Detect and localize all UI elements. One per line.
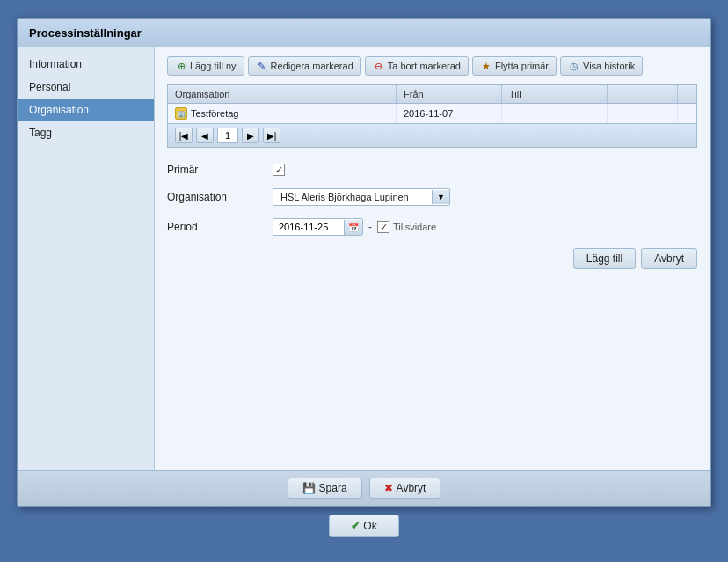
org-icon: 🏢 — [175, 107, 187, 120]
first-page-button[interactable]: |◀ — [175, 128, 193, 143]
primary-checkbox[interactable] — [273, 164, 285, 176]
primary-row: Primär — [167, 164, 697, 176]
table-row[interactable]: 🏢 Testföretag 2016-11-07 — [168, 104, 696, 123]
form-cancel-button[interactable]: Avbryt — [641, 248, 697, 269]
toolbar: ⊕ Lägg till ny ✎ Redigera markerad ⊖ Ta … — [167, 56, 697, 76]
edit-button[interactable]: ✎ Redigera markerad — [248, 56, 361, 76]
organisation-label: Organisation — [167, 191, 273, 203]
add-icon: ⊕ — [175, 60, 187, 72]
pagination: |◀ ◀ 1 ▶ ▶| — [168, 123, 696, 147]
cell-from: 2016-11-07 — [397, 104, 502, 123]
sidebar-item-information[interactable]: Information — [18, 53, 154, 76]
organisation-row: Organisation HSL Aleris Björkhaga Lupine… — [167, 188, 697, 206]
form-section: Primär Organisation HSL Aleris Björkhaga… — [167, 157, 697, 276]
organisation-select[interactable]: HSL Aleris Björkhaga Lupinen ▼ — [273, 188, 450, 206]
sidebar: Information Personal Organisation Tagg — [18, 47, 155, 470]
chevron-down-icon[interactable]: ▼ — [432, 190, 449, 204]
data-grid: Organisation Från Till 🏢 Testföretag 201… — [167, 84, 697, 148]
period-label: Period — [167, 221, 273, 233]
period-separator: - — [368, 221, 372, 233]
col-extra — [608, 85, 678, 103]
tillsvidare-wrapper: Tillsvidare — [377, 221, 436, 233]
period-row: Period 📅 - Tillsvidare — [167, 218, 697, 236]
cancel-x-icon: ✖ — [384, 482, 393, 494]
ok-button[interactable]: ✔ Ok — [329, 515, 398, 537]
cancel-button[interactable]: ✖ Avbryt — [369, 478, 441, 499]
organisation-value: HSL Aleris Björkhaga Lupinen — [273, 189, 432, 205]
lagg-till-button[interactable]: Lägg till — [573, 248, 636, 269]
dialog-footer: 💾 Spara ✖ Avbryt — [18, 470, 710, 506]
move-icon: ★ — [480, 60, 492, 72]
add-button[interactable]: ⊕ Lägg till ny — [167, 56, 244, 76]
history-button[interactable]: ◷ Visa historik — [560, 56, 643, 76]
form-action-buttons: Lägg till Avbryt — [167, 248, 697, 269]
cell-organisation: 🏢 Testföretag — [168, 104, 397, 123]
primary-label: Primär — [167, 164, 273, 176]
dialog-body: Information Personal Organisation Tagg ⊕… — [18, 47, 710, 470]
save-icon: 💾 — [302, 482, 316, 494]
cell-to — [502, 104, 608, 123]
sidebar-item-tagg[interactable]: Tagg — [18, 121, 154, 144]
sidebar-item-personal[interactable]: Personal — [18, 76, 154, 99]
calendar-icon[interactable]: 📅 — [344, 220, 362, 235]
main-dialog: Processinställningar Information Persona… — [17, 18, 711, 507]
current-page: 1 — [217, 128, 238, 143]
sidebar-item-organisation[interactable]: Organisation — [18, 99, 154, 121]
grid-header: Organisation Från Till — [168, 85, 696, 104]
col-to: Till — [502, 85, 608, 103]
move-button[interactable]: ★ Flytta primär — [472, 56, 557, 76]
next-page-button[interactable]: ▶ — [242, 128, 259, 143]
checkmark-icon: ✔ — [351, 520, 360, 532]
start-date-wrapper: 📅 — [273, 218, 363, 236]
start-date-input[interactable] — [273, 219, 344, 235]
dialog-title: Processinställningar — [18, 19, 710, 47]
period-inputs: 📅 - Tillsvidare — [273, 218, 436, 236]
save-button[interactable]: 💾 Spara — [288, 478, 362, 499]
tillsvidare-checkbox[interactable] — [377, 221, 389, 233]
delete-button[interactable]: ⊖ Ta bort markerad — [365, 56, 469, 76]
col-from: Från — [397, 85, 502, 103]
col-organisation: Organisation — [168, 85, 397, 103]
cell-extra — [608, 104, 678, 123]
main-content: ⊕ Lägg till ny ✎ Redigera markerad ⊖ Ta … — [155, 47, 710, 470]
prev-page-button[interactable]: ◀ — [196, 128, 214, 143]
remove-icon: ⊖ — [373, 60, 385, 72]
tillsvidare-label: Tillsvidare — [393, 222, 436, 232]
edit-icon: ✎ — [256, 60, 268, 72]
history-icon: ◷ — [568, 60, 580, 72]
ok-section: ✔ Ok — [329, 515, 398, 544]
primary-checkbox-wrapper — [273, 164, 285, 176]
last-page-button[interactable]: ▶| — [263, 128, 280, 143]
